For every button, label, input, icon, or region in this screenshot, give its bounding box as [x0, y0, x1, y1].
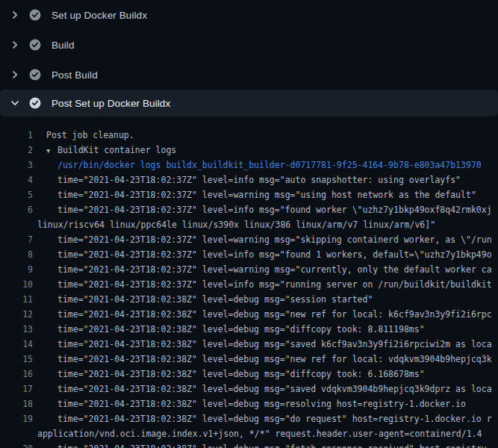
log-line-text: time="2021-04-23T18:02:37Z" level=info m…: [33, 202, 492, 217]
log-line-number[interactable]: [0, 426, 33, 441]
log-line: 3 /usr/bin/docker logs buildx_buildkit_b…: [0, 158, 498, 172]
log-line: 9 time="2021-04-23T18:02:37Z" level=warn…: [0, 262, 498, 277]
log-line: linux/riscv64 linux/ppc64le linux/s390x …: [0, 217, 498, 232]
step-header-expanded[interactable]: Post Set up Docker Buildx: [0, 90, 498, 116]
log-line-number[interactable]: 10: [0, 277, 33, 292]
log-line-text: time="2021-04-23T18:02:38Z" level=debug …: [33, 322, 425, 337]
step-row-collapsed[interactable]: Set up Docker Buildx: [0, 0, 498, 30]
log-line-text: time="2021-04-23T18:02:37Z" level=info m…: [33, 247, 492, 262]
log-line-number[interactable]: 8: [0, 247, 33, 262]
log-line: application/vnd.oci.image.index.v1+json,…: [0, 426, 498, 441]
log-line-text: time="2021-04-23T18:02:37Z" level=warnin…: [33, 262, 492, 277]
log-group-title: ▼BuildKit container logs: [33, 143, 176, 158]
step-label: Post Build: [52, 69, 98, 81]
log-line: 18 time="2021-04-23T18:02:38Z" level=deb…: [0, 396, 498, 411]
log-line-number[interactable]: 5: [0, 187, 33, 202]
log-line-number[interactable]: 18: [0, 396, 33, 411]
log-line-text: time="2021-04-23T18:02:37Z" level=warnin…: [33, 232, 492, 247]
log-line-number[interactable]: 3: [0, 158, 33, 172]
log-line-number[interactable]: 16: [0, 367, 33, 382]
log-line: 20 time="2021-04-23T18:02:38Z" level=deb…: [0, 441, 498, 448]
chevron-right-icon[interactable]: [10, 69, 20, 80]
log-line-text: Post job cleanup.: [33, 128, 134, 143]
log-line-number[interactable]: 19: [0, 411, 33, 426]
log-line: 6 time="2021-04-23T18:02:37Z" level=info…: [0, 202, 498, 217]
check-circle-icon: [29, 9, 41, 21]
chevron-down-icon[interactable]: [10, 98, 20, 108]
step-list: Set up Docker Buildx Build P: [0, 0, 498, 90]
log-line-number[interactable]: 1: [0, 128, 33, 143]
log-line: 16 time="2021-04-23T18:02:38Z" level=deb…: [0, 367, 498, 382]
step-row-collapsed[interactable]: Post Build: [0, 60, 498, 90]
log-line-text: time="2021-04-23T18:02:38Z" level=debug …: [33, 352, 492, 367]
log-line-text: time="2021-04-23T18:02:37Z" level=warnin…: [33, 187, 476, 202]
log-line-text: time="2021-04-23T18:02:38Z" level=debug …: [33, 367, 425, 382]
step-label: Build: [52, 40, 75, 51]
log-line: 13 time="2021-04-23T18:02:38Z" level=deb…: [0, 322, 498, 337]
collapse-triangle-icon[interactable]: ▼: [46, 143, 57, 158]
log-line-number[interactable]: 11: [0, 292, 33, 307]
log-group-toggle[interactable]: 2 ▼BuildKit container logs: [0, 143, 498, 158]
log-line-number[interactable]: 17: [0, 382, 33, 396]
log-line-text: time="2021-04-23T18:02:38Z" level=debug …: [33, 396, 466, 411]
log-line-text: time="2021-04-23T18:02:38Z" level=debug …: [33, 411, 492, 426]
step-label: Post Set up Docker Buildx: [52, 98, 170, 109]
log-line: 11 time="2021-04-23T18:02:38Z" level=deb…: [0, 292, 498, 307]
log-line: 19 time="2021-04-23T18:02:38Z" level=deb…: [0, 411, 498, 426]
log-line: 1 Post job cleanup.: [0, 128, 498, 143]
chevron-right-icon[interactable]: [10, 10, 20, 20]
log-line-text: time="2021-04-23T18:02:38Z" level=debug …: [33, 337, 492, 352]
log-line-text: time="2021-04-23T18:02:38Z" level=debug …: [33, 441, 492, 448]
log-line-number[interactable]: 4: [0, 172, 33, 187]
log-line: 17 time="2021-04-23T18:02:38Z" level=deb…: [0, 382, 498, 396]
log-line-text: application/vnd.oci.image.index.v1+json,…: [33, 426, 482, 441]
log-line-number[interactable]: 13: [0, 322, 33, 337]
step-row-collapsed[interactable]: Build: [0, 30, 498, 60]
log-line-number[interactable]: 12: [0, 307, 33, 322]
log-line-number[interactable]: 9: [0, 262, 33, 277]
chevron-right-icon[interactable]: [10, 40, 20, 50]
check-circle-icon: [29, 69, 41, 81]
log-line-number[interactable]: 2: [0, 143, 33, 158]
log-line-number[interactable]: 7: [0, 232, 33, 247]
actions-log-viewer: Set up Docker Buildx Build P: [0, 0, 498, 448]
step-label: Set up Docker Buildx: [52, 10, 147, 21]
log-line-text: time="2021-04-23T18:02:37Z" level=info m…: [33, 172, 461, 187]
log-line: 10 time="2021-04-23T18:02:37Z" level=inf…: [0, 277, 498, 292]
log-line-text: time="2021-04-23T18:02:38Z" level=debug …: [33, 382, 492, 396]
log-command-text: /usr/bin/docker logs buildx_buildkit_bui…: [33, 158, 482, 172]
log-line: 15 time="2021-04-23T18:02:38Z" level=deb…: [0, 352, 498, 367]
check-circle-icon: [29, 39, 41, 51]
log-line-text: linux/riscv64 linux/ppc64le linux/s390x …: [33, 217, 435, 232]
log-line-number[interactable]: 14: [0, 337, 33, 352]
log-line-text: time="2021-04-23T18:02:38Z" level=debug …: [33, 292, 373, 307]
log-output: 1 Post job cleanup. 2 ▼BuildKit containe…: [0, 116, 498, 448]
log-line: 14 time="2021-04-23T18:02:38Z" level=deb…: [0, 337, 498, 352]
check-circle-icon: [29, 97, 41, 109]
log-line: 7 time="2021-04-23T18:02:37Z" level=warn…: [0, 232, 498, 247]
log-line-number[interactable]: 15: [0, 352, 33, 367]
log-line-number[interactable]: 6: [0, 202, 33, 217]
log-line: 4 time="2021-04-23T18:02:37Z" level=info…: [0, 172, 498, 187]
log-line-number[interactable]: [0, 217, 33, 232]
log-line-number[interactable]: 20: [0, 441, 33, 448]
log-line-text: time="2021-04-23T18:02:37Z" level=info m…: [33, 277, 492, 292]
log-line: 5 time="2021-04-23T18:02:37Z" level=warn…: [0, 187, 498, 202]
log-line-text: time="2021-04-23T18:02:38Z" level=debug …: [33, 307, 492, 322]
log-line: 8 time="2021-04-23T18:02:37Z" level=info…: [0, 247, 498, 262]
log-line: 12 time="2021-04-23T18:02:38Z" level=deb…: [0, 307, 498, 322]
